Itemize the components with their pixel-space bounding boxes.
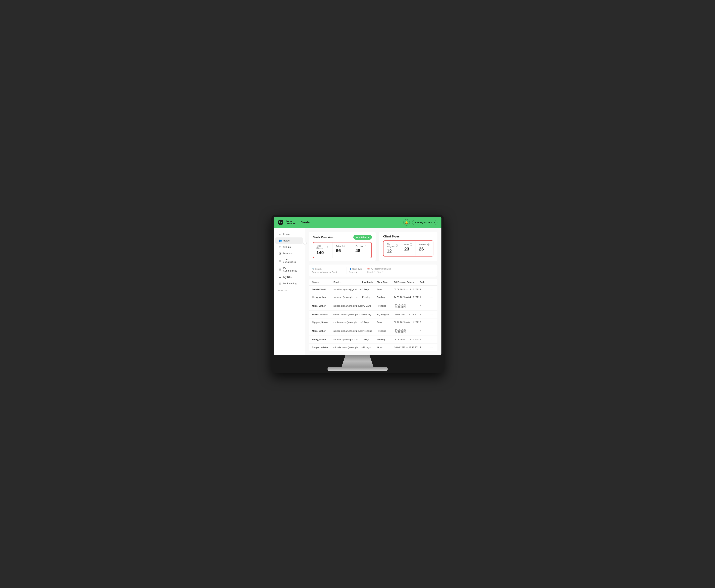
maintain-info-icon: i xyxy=(427,243,430,246)
cell-client-type: Pending xyxy=(378,330,395,332)
table-row: Miles, Esther jackson.graham@example.com… xyxy=(309,301,437,311)
cell-pod: 6 xyxy=(420,321,430,323)
cell-pq-dates: 26.08.2021 — 11.11.2021 xyxy=(394,346,420,349)
col-pod: Pod ▾ xyxy=(420,281,430,284)
row-more-button[interactable]: ··· xyxy=(430,321,433,324)
maintain-stat: Maintain i 26 xyxy=(416,241,433,256)
monitor-stand xyxy=(338,355,378,367)
sidebar-item-maintain[interactable]: ▣ Maintain xyxy=(275,250,303,256)
sidebar-item-client-communities[interactable]: ▤ Client Communities xyxy=(275,257,303,265)
col-email: Email ▾ xyxy=(334,281,362,284)
table-row: Henry, Arthur sara.cruz@example.com 2 Da… xyxy=(309,336,437,343)
cell-more[interactable]: ··· xyxy=(430,346,434,349)
cell-pod: 1 xyxy=(420,346,430,349)
cell-more[interactable]: ··· xyxy=(430,338,434,341)
cell-pq-dates: 14.09.2021 — 04.10.2021 xyxy=(395,303,420,308)
version-label: Version: 0.38.0 xyxy=(274,288,304,293)
filters-card: 🔍 Search 👤 Client Type xyxy=(309,265,437,276)
row-more-button[interactable]: ··· xyxy=(430,338,433,341)
cell-client-type: Grow xyxy=(377,321,394,323)
sort-icon: ▾ xyxy=(340,281,340,283)
sidebar-item-seats[interactable]: 👥 Seats xyxy=(275,237,303,244)
grow-value: 23 xyxy=(404,247,412,252)
cell-pod: 2 xyxy=(420,288,430,291)
row-more-button[interactable]: ··· xyxy=(430,346,433,349)
sidebar-item-home[interactable]: ⌂ Home xyxy=(275,231,303,237)
pending-info-icon: i xyxy=(364,245,366,247)
row-more-button[interactable]: ··· xyxy=(430,313,433,316)
cell-name: Henry, Arthur xyxy=(312,296,334,298)
row-more-button[interactable]: ··· xyxy=(430,296,433,299)
maintain-value: 26 xyxy=(419,247,430,252)
sidebar-item-label: Clients xyxy=(283,246,291,249)
seats-overview-card: Seats Overview Add Client + Total Client… xyxy=(309,232,376,261)
table-row: Miles, Esther jackson.graham@example.com… xyxy=(309,326,437,336)
cell-more[interactable]: ··· xyxy=(430,288,434,291)
user-email-label: amelia@mail.com xyxy=(415,221,433,224)
sidebar-item-label: Seats xyxy=(283,239,290,242)
cell-name: Gabriel Smith xyxy=(312,288,334,291)
row-more-button[interactable]: ··· xyxy=(430,329,433,333)
cell-email: michelle.rivera@example.com xyxy=(333,346,363,349)
table-row: Cooper, Kristin michelle.rivera@example.… xyxy=(309,343,437,351)
table-row: Flores, Juanita nathan.roberts@example.c… xyxy=(309,311,437,318)
notifications-button[interactable]: 🔔 xyxy=(403,219,410,226)
sidebar-toggle-button[interactable]: ‹ xyxy=(303,241,307,245)
sidebar-item-my-communities[interactable]: ▤ My Communities xyxy=(275,265,303,274)
cell-client-type: PQ Program xyxy=(377,313,394,316)
client-type-select[interactable]: Select ▾ xyxy=(349,271,362,273)
calendar-icon: 📅 xyxy=(367,268,370,270)
sidebar-item-my-bills[interactable]: ▬ My Bills xyxy=(275,274,303,280)
cell-name: Miles, Esther xyxy=(312,330,333,332)
month-chevron-icon: ▾ xyxy=(374,271,375,273)
logo-icon: P+ xyxy=(278,219,283,225)
col-client-type: Client Type ▾ xyxy=(377,281,394,284)
cell-last-login: Pending xyxy=(362,296,377,298)
cell-name: Miles, Esther xyxy=(312,304,333,307)
month-select[interactable]: Month ▾ xyxy=(367,271,375,273)
search-input[interactable] xyxy=(312,271,344,273)
my-bills-icon: ▬ xyxy=(278,276,282,278)
grow-info-icon: i xyxy=(410,243,412,246)
cell-more[interactable]: ··· xyxy=(430,321,434,324)
monitor-base xyxy=(328,367,388,371)
sidebar-item-label: Maintain xyxy=(283,252,292,255)
active-info-icon: i xyxy=(342,245,344,247)
sidebar-item-clients[interactable]: ⊞ Clients xyxy=(275,244,303,250)
seats-overview-title: Seats Overview xyxy=(313,236,334,239)
cell-more[interactable]: ··· xyxy=(430,296,434,299)
row-more-button[interactable]: ··· xyxy=(430,288,433,291)
cell-pod: 1 xyxy=(420,296,430,298)
cell-pod: 2 xyxy=(420,313,430,316)
cell-more[interactable]: ··· xyxy=(430,313,434,316)
year-chevron-icon: ▾ xyxy=(382,271,383,273)
cell-more[interactable]: ··· xyxy=(430,329,434,333)
sidebar-item-my-learning[interactable]: ▨ My Learning xyxy=(275,280,303,287)
total-clients-stat: Total Clients i 140 xyxy=(313,243,333,258)
main-content: Seats Overview Add Client + Total Client… xyxy=(305,228,441,355)
cell-last-login: Pending xyxy=(363,313,377,316)
cell-last-login: 2 Days xyxy=(362,288,377,291)
cell-more[interactable]: ··· xyxy=(430,304,434,308)
my-communities-icon: ▤ xyxy=(278,268,281,271)
cell-client-type: Pending xyxy=(377,296,394,298)
sort-icon: ▾ xyxy=(424,281,425,283)
table-row: Henry, Arthur sara.cruz@example.com Pend… xyxy=(309,293,437,301)
sidebar-item-label: My Bills xyxy=(283,276,292,278)
table-row: Nguyen, Shane curtis.weaver@example.com … xyxy=(309,318,437,326)
pq-program-stat: PQ Program i 12 xyxy=(383,241,401,256)
sort-icon: ▾ xyxy=(388,281,389,283)
sort-icon: ▾ xyxy=(413,281,414,283)
sort-icon: ▾ xyxy=(318,281,319,283)
table-header: Name ▾ Email ▾ Last Login ▾ Client Type … xyxy=(309,279,437,286)
col-pq-dates: PQ Program Dates ▾ xyxy=(394,281,420,284)
add-client-button[interactable]: Add Client + xyxy=(353,235,372,240)
cell-name: Cooper, Kristin xyxy=(312,346,334,349)
row-more-button[interactable]: ··· xyxy=(430,304,433,308)
client-types-card: Client Types PQ Program i 12 xyxy=(379,232,437,261)
year-select[interactable]: Year ▾ xyxy=(377,271,383,273)
cell-name: Henry, Arthur xyxy=(312,338,334,341)
table-row: Gabriel Smith vuhaithuongnute@gmail.com … xyxy=(309,286,437,293)
user-menu-button[interactable]: amelia@mail.com ▾ xyxy=(412,220,437,225)
cell-client-type: Pending xyxy=(378,304,395,307)
